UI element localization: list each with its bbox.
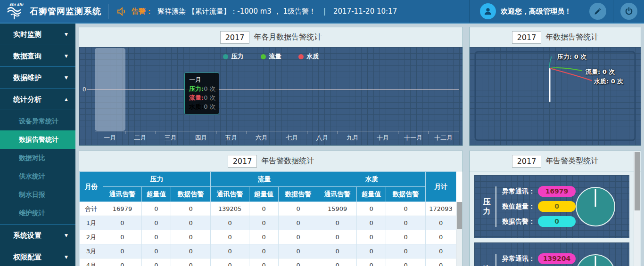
table-cell: 16979 [103,202,142,216]
col-header-data-alarm: 数据告警 [386,187,426,202]
flow-dot-icon [261,54,266,59]
table-row: 1月 0 0 0 0 0 0 0 0 0 0 [80,216,456,230]
x-axis-label: 二月 [125,134,155,142]
table-cell: 0 [103,230,142,244]
stat-row-abnormal-comm: 异常通讯： 16979 [502,186,576,197]
submenu-item-data-alarm-stats[interactable]: 数据告警统计 [0,130,75,149]
year-input[interactable]: 2017 [512,31,542,44]
sidebar-item-data-query[interactable]: 数据查询 ▼ [0,45,75,67]
quality-dot-icon [298,54,304,59]
table-cell: 0 [103,244,142,258]
table-cell: 0 [171,230,211,244]
scrollbar-thumb[interactable] [635,152,640,210]
logout-button-zone [613,0,644,23]
table-cell-month: 合计 [80,202,103,216]
submenu-item-data-compare[interactable]: 数据对比 [0,149,75,167]
table-cell: 0 [103,216,142,230]
sidebar-item-system-settings[interactable]: 系统设置 ▼ [0,225,75,246]
table-cell: 0 [249,244,279,258]
submenu-item-maintenance-stats[interactable]: 维护统计 [0,204,75,222]
types-scrollbar[interactable] [634,152,640,266]
table-cell: 0 [318,244,357,258]
sidebar-item-realtime-monitor[interactable]: 实时监测 ▼ [0,24,75,45]
stat-label: 异常通讯： [502,255,535,263]
year-input[interactable]: 2017 [228,155,257,168]
tooltip-row-quality: 水质:0 次 [189,102,215,111]
x-axis-labels: 一月 二月 三月 四月 五月 六月 七月 八月 九月 十月 十一月 十二月 [95,134,459,142]
panel-monthly-alarm-chart: 2017 年各月数据告警统计 压力 流量 水质 0 [79,27,463,146]
tooltip-row-flow: 流量:0 次 [189,93,215,102]
chevron-down-icon: ▼ [65,67,68,89]
pie-label-pressure: 压力: 0 次 [557,53,586,61]
user-info: 欢迎您，高级管理员！ [469,0,582,23]
welcome-text: 欢迎您，高级管理员！ [501,7,571,16]
table-scrollbar[interactable] [456,202,462,266]
table-row: 3月 0 0 0 0 0 0 0 0 0 0 [80,244,456,258]
badge-abnormal-comm: 16979 [538,186,576,197]
header-right: 欢迎您，高级管理员！ [469,0,644,23]
sidebar-item-permission-config[interactable]: 权限配置 ▼ [0,246,75,266]
x-axis-label: 三月 [156,134,186,142]
submenu-item-water-supply-stats[interactable]: 供水统计 [0,167,75,185]
card-divider [495,186,496,227]
table-cell: 0 [279,216,318,230]
sidebar-item-statistics[interactable]: 统计分析 ▲ [0,89,75,110]
pressure-pie-chart [576,187,615,226]
wave-logo-icon: shi shi [6,2,25,20]
scrollbar-thumb[interactable] [457,202,462,229]
tooltip-row-pressure: 压力:0 次 [189,84,215,93]
table-cell: 0 [142,244,171,258]
table-cell: 0 [171,216,211,230]
app-logo: shi shi 石狮管网监测系统 [0,0,108,23]
pencil-icon [594,8,602,16]
pie-leader-lines [470,47,641,145]
card-stat-rows: 异常通讯： 16979 数值超量： 0 数据告警： 0 [502,186,576,227]
stat-label: 数值超量： [502,202,535,211]
badge-abnormal-comm: 139204 [538,253,576,264]
legend-label: 压力 [231,52,244,61]
col-header-monthly-total: 月计 [426,172,456,202]
table-cell: 0 [357,230,386,244]
card-group-label: 流量 [480,265,494,266]
table-cell: 0 [357,202,386,216]
main-content: 2017 年各月数据告警统计 压力 流量 水质 0 [75,24,644,266]
panel-title-bar: 2017 年告警类型统计 [470,151,641,171]
app-header: shi shi 石狮管网监测系统 告警： 聚祥漂染 【累计流量】 : -1000… [0,0,644,24]
stat-row-abnormal-comm: 异常通讯： 139204 [502,253,576,264]
table-cell: 0 [357,216,386,230]
badge-data-alarm: 0 [538,216,576,227]
y-axis-zero-label: 0 [83,86,86,93]
table-cell: 0 [279,202,318,216]
user-avatar [480,3,496,19]
logout-button[interactable] [620,3,637,20]
power-icon [625,7,633,16]
x-axis-label: 八月 [307,134,337,142]
table-cell: 0 [386,244,426,258]
panel-alarm-data-table: 2017 年告警数据统计 月份 压力 流量 水质 月计 [79,151,463,266]
sidebar-item-data-maintenance[interactable]: 数据维护 ▼ [0,67,75,89]
col-group-pressure: 压力 [103,172,211,187]
col-header-data-alarm: 数据告警 [279,187,318,202]
col-header-comm-alarm: 通讯告警 [103,187,142,202]
x-axis-label: 五月 [216,134,246,142]
table-cell: 0 [426,230,456,244]
col-header-over-limit: 超量值 [249,187,279,202]
annual-chart-area: 压力: 0 次 流量: 0 次 水质: 0 次 [470,47,641,145]
x-axis-label: 六月 [247,134,277,142]
submenu-item-water-production-daily[interactable]: 制水日报 [0,185,75,204]
legend-item-pressure[interactable]: 压力 [223,52,244,61]
submenu-item-device-abnormal-stats[interactable]: 设备异常统计 [0,112,75,130]
year-input[interactable]: 2017 [512,155,542,168]
table-cell: 0 [171,258,211,266]
year-input[interactable]: 2017 [220,31,250,44]
col-header-data-alarm: 数据告警 [171,187,211,202]
table-cell: 0 [211,216,249,230]
stat-row-data-alarm: 数据告警： 0 [502,216,576,227]
panel-title-text: 年告警数据统计 [261,156,314,166]
col-group-quality: 水质 [318,172,426,187]
legend-item-flow[interactable]: 流量 [261,52,281,61]
legend-item-quality[interactable]: 水质 [298,52,319,61]
x-axis-label: 四月 [186,134,216,142]
col-header-over-limit: 超量值 [357,187,386,202]
edit-button[interactable] [589,3,606,20]
